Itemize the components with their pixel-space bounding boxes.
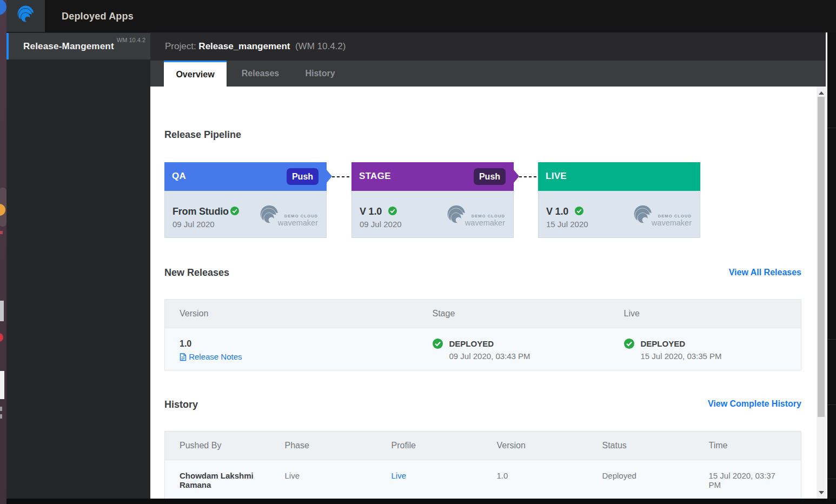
svg-text:DEMO CLOUD: DEMO CLOUD <box>658 214 692 218</box>
svg-text:wavemaker: wavemaker <box>651 218 692 227</box>
svg-text:DEMO CLOUD: DEMO CLOUD <box>472 214 505 218</box>
svg-text:DEMO CLOUD: DEMO CLOUD <box>284 214 318 218</box>
svg-text:wavemaker: wavemaker <box>465 218 505 227</box>
svg-text:wavemaker: wavemaker <box>277 218 318 227</box>
